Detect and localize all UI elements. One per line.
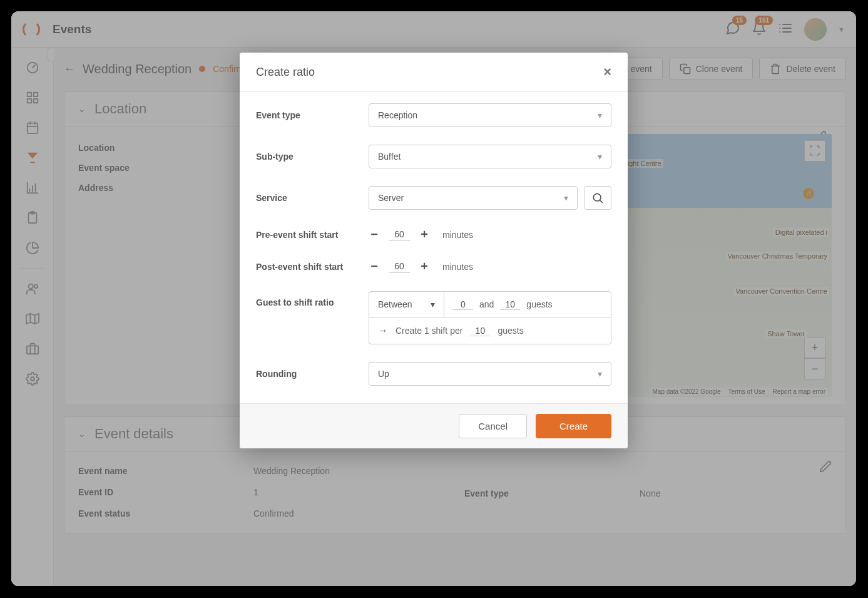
create-button[interactable]: Create: [536, 414, 611, 438]
chevron-down-icon: ▾: [598, 152, 602, 162]
service-label: Service: [256, 193, 369, 203]
rounding-label: Rounding: [256, 369, 369, 379]
post-shift-input[interactable]: [389, 260, 410, 273]
ratio-label: Guest to shift ratio: [256, 291, 369, 307]
create-ratio-modal: Create ratio × Event type Reception ▾ Su…: [240, 53, 628, 448]
ratio-mode-value: Between: [378, 299, 412, 309]
post-shift-decrement[interactable]: −: [369, 259, 380, 274]
chevron-down-icon: ▾: [564, 193, 568, 203]
rounding-select[interactable]: Up ▾: [369, 362, 611, 386]
modal-title: Create ratio: [256, 66, 315, 79]
sub-type-value: Buffet: [378, 152, 401, 162]
ratio-guests: guests: [526, 299, 552, 309]
ratio-per-input[interactable]: [470, 326, 490, 336]
svg-line-27: [600, 200, 603, 203]
chevron-down-icon: ▾: [598, 110, 602, 120]
pre-shift-decrement[interactable]: −: [369, 227, 380, 242]
post-shift-increment[interactable]: +: [419, 259, 430, 274]
arrow-right-icon: →: [378, 325, 388, 336]
service-search-button[interactable]: [584, 186, 611, 210]
sub-type-select[interactable]: Buffet ▾: [369, 145, 611, 168]
pre-shift-label: Pre-event shift start: [256, 230, 369, 240]
service-select[interactable]: Server ▾: [369, 186, 578, 210]
cancel-button[interactable]: Cancel: [459, 414, 527, 438]
chevron-down-icon: ▾: [598, 369, 602, 379]
rounding-value: Up: [378, 369, 389, 379]
event-type-label: Event type: [256, 110, 369, 120]
ratio-and: and: [479, 299, 494, 309]
modal-close-button[interactable]: ×: [603, 64, 611, 80]
ratio-create-prefix: Create 1 shift per: [396, 326, 462, 336]
event-type-value: Reception: [378, 110, 417, 120]
ratio-mode-select[interactable]: Between ▾: [369, 292, 444, 317]
event-type-select[interactable]: Reception ▾: [369, 103, 611, 127]
ratio-low-input[interactable]: [453, 299, 473, 310]
sub-type-label: Sub-type: [256, 152, 369, 162]
post-shift-unit: minutes: [442, 262, 473, 272]
modal-overlay: Create ratio × Event type Reception ▾ Su…: [11, 11, 856, 586]
pre-shift-increment[interactable]: +: [419, 227, 430, 242]
service-value: Server: [378, 193, 404, 203]
post-shift-label: Post-event shift start: [256, 262, 369, 272]
pre-shift-input[interactable]: [389, 228, 410, 241]
search-icon: [591, 192, 604, 204]
ratio-high-input[interactable]: [500, 299, 520, 310]
pre-shift-unit: minutes: [442, 230, 473, 240]
chevron-down-icon: ▾: [431, 299, 435, 309]
ratio-create-suffix: guests: [498, 326, 523, 336]
svg-point-26: [593, 193, 601, 201]
